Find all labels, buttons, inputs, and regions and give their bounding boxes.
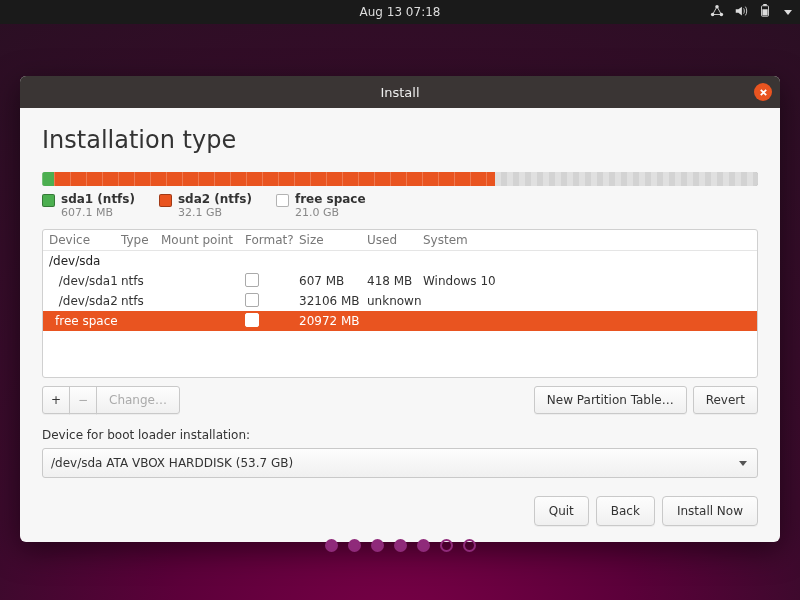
legend-swatch [276, 194, 289, 207]
format-checkbox[interactable] [245, 313, 259, 327]
chevron-down-icon[interactable] [784, 10, 792, 15]
format-checkbox[interactable] [245, 293, 259, 307]
svg-rect-4 [762, 9, 767, 15]
footer-buttons: Quit Back Install Now [42, 496, 758, 526]
volume-icon[interactable] [734, 4, 748, 21]
disk-segment [54, 172, 494, 186]
content: Installation type sda1 (ntfs)607.1 MBsda… [20, 108, 780, 542]
legend-item: free space21.0 GB [276, 192, 366, 219]
progress-dot [463, 539, 476, 552]
legend-item: sda1 (ntfs)607.1 MB [42, 192, 135, 219]
progress-dot [417, 539, 430, 552]
chevron-down-icon [739, 461, 747, 466]
partition-table[interactable]: Device Type Mount point Format? Size Use… [42, 229, 758, 378]
format-checkbox[interactable] [245, 273, 259, 287]
window-title: Install [380, 85, 419, 100]
revert-button[interactable]: Revert [693, 386, 758, 414]
progress-dot [394, 539, 407, 552]
network-icon[interactable] [710, 4, 724, 21]
panel-indicators[interactable] [710, 0, 792, 24]
table-header: Device Type Mount point Format? Size Use… [43, 230, 757, 251]
table-row[interactable]: free space20972 MB [43, 311, 757, 331]
progress-dot [371, 539, 384, 552]
disk-usage-bar [42, 172, 758, 186]
progress-dot [348, 539, 361, 552]
progress-dot [325, 539, 338, 552]
legend-item: sda2 (ntfs)32.1 GB [159, 192, 252, 219]
install-now-button[interactable]: Install Now [662, 496, 758, 526]
clock: Aug 13 07:18 [360, 5, 441, 19]
legend-swatch [159, 194, 172, 207]
progress-dots [0, 539, 800, 552]
partition-toolbar: + − Change… New Partition Table… Revert [42, 386, 758, 414]
table-row[interactable]: /dev/sda1ntfs607 MB418 MBWindows 10 [43, 271, 757, 291]
page-title: Installation type [42, 126, 758, 154]
disk-segment [42, 172, 54, 186]
remove-partition-button[interactable]: − [69, 386, 97, 414]
progress-dot [440, 539, 453, 552]
bootloader-combo[interactable]: /dev/sda ATA VBOX HARDDISK (53.7 GB) [42, 448, 758, 478]
legend-swatch [42, 194, 55, 207]
table-row[interactable]: /dev/sda [43, 251, 757, 271]
back-button[interactable]: Back [596, 496, 655, 526]
add-partition-button[interactable]: + [42, 386, 70, 414]
new-partition-table-button[interactable]: New Partition Table… [534, 386, 687, 414]
bootloader-label: Device for boot loader installation: [42, 428, 758, 442]
close-button[interactable] [754, 83, 772, 101]
svg-rect-5 [763, 4, 767, 6]
bootloader-value: /dev/sda ATA VBOX HARDDISK (53.7 GB) [51, 456, 293, 470]
desktop: Aug 13 07:18 Install Installation type s… [0, 0, 800, 600]
quit-button[interactable]: Quit [534, 496, 589, 526]
disk-segment [495, 172, 758, 186]
installer-window: Install Installation type sda1 (ntfs)607… [20, 76, 780, 542]
table-row[interactable]: /dev/sda2ntfs32106 MBunknown [43, 291, 757, 311]
change-partition-button[interactable]: Change… [96, 386, 180, 414]
top-panel: Aug 13 07:18 [0, 0, 800, 24]
battery-icon[interactable] [758, 4, 772, 21]
titlebar[interactable]: Install [20, 76, 780, 108]
disk-legend: sda1 (ntfs)607.1 MBsda2 (ntfs)32.1 GBfre… [42, 192, 758, 219]
